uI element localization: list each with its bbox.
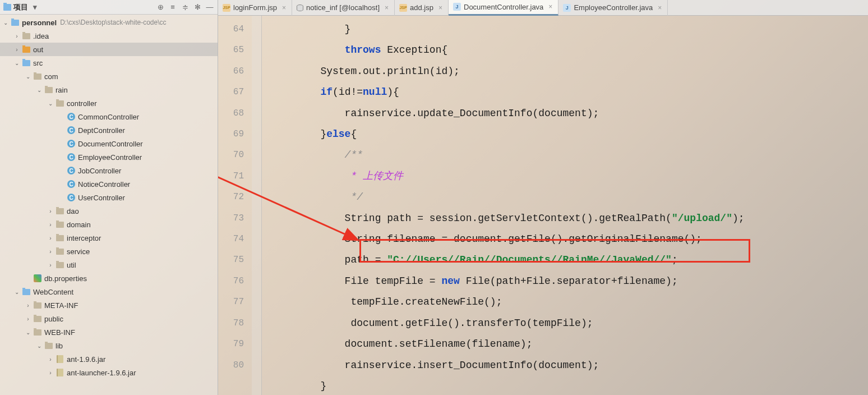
project-path: D:\cxs\Desktop\stack-white-code\cc <box>60 19 166 26</box>
folder-icon <box>56 208 64 214</box>
tree-item-employeecontroller[interactable]: CEmployeeController <box>0 150 218 164</box>
tree-item-lib[interactable]: ⌄lib <box>0 339 218 352</box>
tree-item-service[interactable]: ›service <box>0 245 218 258</box>
tree-item-usercontroller[interactable]: CUserController <box>0 191 218 204</box>
dropdown-icon[interactable]: ▾ <box>30 3 39 12</box>
chevron-down-icon[interactable]: ⌄ <box>24 329 33 336</box>
editor-body: 6465666768697071727374757677787980 } thr… <box>218 16 868 395</box>
tree-item-deptcontroller[interactable]: CDeptController <box>0 123 218 137</box>
collapse-icon[interactable]: ≑ <box>181 3 190 12</box>
tree-item-controller[interactable]: ⌄controller <box>0 97 218 110</box>
line-number: 68 <box>218 103 244 124</box>
tree-item-label: ant-1.9.6.jar <box>67 355 105 364</box>
folder-icon <box>22 33 30 39</box>
tree-item-jobcontroller[interactable]: CJobController <box>0 164 218 177</box>
tab-loginform-jsp[interactable]: JSPloginForm.jsp× <box>218 0 292 16</box>
tab-add-jsp[interactable]: JSPadd.jsp× <box>395 0 449 16</box>
tab-documentcontroller-java[interactable]: JDocumentController.java× <box>449 0 558 16</box>
chevron-right-icon[interactable]: › <box>46 249 55 255</box>
hide-icon[interactable]: — <box>205 3 214 12</box>
tree-item-label: EmployeeController <box>78 153 142 162</box>
chevron-right-icon[interactable]: › <box>12 47 21 53</box>
tree-item-out[interactable]: ›out <box>0 43 218 56</box>
tree-item-web-inf[interactable]: ⌄WEB-INF <box>0 325 218 339</box>
tree-item-ant-launcher-1-9-6-jar[interactable]: ›ant-launcher-1.9.6.jar <box>0 366 218 379</box>
folder-icon <box>34 329 41 336</box>
expand-icon[interactable]: ≡ <box>168 3 177 12</box>
tree-root[interactable]: ⌄ personnel D:\cxs\Desktop\stack-white-c… <box>0 16 218 29</box>
tree-item-documentcontroller[interactable]: CDocumentController <box>0 137 218 150</box>
chevron-right-icon[interactable]: › <box>12 33 21 39</box>
editor-area: JSPloginForm.jsp×notice_inf [@localhost]… <box>218 0 868 395</box>
line-number: 69 <box>218 124 244 145</box>
close-icon[interactable]: × <box>282 4 286 12</box>
line-gutter: 6465666768697071727374757677787980 <box>218 16 252 395</box>
tree-item--idea[interactable]: ›.idea <box>0 29 218 43</box>
chevron-right-icon[interactable]: › <box>46 370 55 376</box>
folder-icon <box>56 100 64 107</box>
tree-item-label: out <box>33 45 43 54</box>
tree-item-label: util <box>67 261 76 269</box>
chevron-down-icon[interactable]: ⌄ <box>12 60 21 66</box>
chevron-right-icon[interactable]: › <box>46 262 55 268</box>
tree-item-label: DocumentController <box>78 140 143 148</box>
folder-icon <box>22 289 30 295</box>
code-view[interactable]: } throws Exception{ System.out.println(i… <box>262 16 868 395</box>
tree-item-domain[interactable]: ›domain <box>0 218 218 231</box>
tree-item-rain[interactable]: ⌄rain <box>0 83 218 97</box>
tree-item-com[interactable]: ⌄com <box>0 70 218 83</box>
class-icon: C <box>67 194 75 201</box>
chevron-right-icon[interactable]: › <box>24 316 33 322</box>
tree-item-commoncontroller[interactable]: CCommonController <box>0 110 218 123</box>
chevron-down-icon[interactable]: ⌄ <box>35 87 44 93</box>
folder-icon <box>56 235 64 241</box>
close-icon[interactable]: × <box>658 4 662 12</box>
java-icon: J <box>563 4 571 12</box>
tree-item-public[interactable]: ›public <box>0 312 218 325</box>
locate-icon[interactable]: ⊕ <box>156 3 165 12</box>
chevron-down-icon[interactable]: ⌄ <box>24 74 33 80</box>
line-number: 76 <box>218 271 244 292</box>
sidebar-title: 项目 <box>13 2 28 12</box>
chevron-right-icon[interactable]: › <box>46 222 55 228</box>
tab-label: DocumentController.java <box>464 3 543 11</box>
tab-notice_inf---localhost-[interactable]: notice_inf [@localhost]× <box>292 0 395 16</box>
project-tree[interactable]: ⌄ personnel D:\cxs\Desktop\stack-white-c… <box>0 15 218 395</box>
tree-item-label: META-INF <box>44 301 78 310</box>
tree-item-label: dao <box>67 207 79 215</box>
chevron-right-icon[interactable]: › <box>46 235 55 241</box>
db-icon <box>297 4 303 11</box>
chevron-down-icon[interactable]: ⌄ <box>46 100 55 107</box>
tree-item-noticecontroller[interactable]: CNoticeController <box>0 177 218 191</box>
tree-item-src[interactable]: ⌄src <box>0 56 218 70</box>
close-icon[interactable]: × <box>548 3 552 11</box>
tree-item-dao[interactable]: ›dao <box>0 204 218 218</box>
folder-icon <box>56 249 64 255</box>
tree-item-db-properties[interactable]: db.properties <box>0 272 218 285</box>
tree-item-meta-inf[interactable]: ›META-INF <box>0 298 218 312</box>
tab-employeecontroller-java[interactable]: JEmployeeController.java× <box>558 0 668 16</box>
close-icon[interactable]: × <box>385 4 389 12</box>
tree-item-ant-1-9-6-jar[interactable]: ›ant-1.9.6.jar <box>0 352 218 366</box>
tree-item-interceptor[interactable]: ›interceptor <box>0 231 218 245</box>
folder-icon <box>45 87 53 93</box>
chevron-down-icon[interactable]: ⌄ <box>35 343 44 349</box>
module-icon <box>11 20 19 26</box>
chevron-right-icon[interactable]: › <box>46 356 55 362</box>
chevron-right-icon[interactable]: › <box>24 302 33 309</box>
tree-item-label: controller <box>67 99 96 108</box>
tree-item-webcontent[interactable]: ⌄WebContent <box>0 285 218 298</box>
tab-label: add.jsp <box>410 3 433 12</box>
folder-icon <box>34 74 41 80</box>
line-number: 65 <box>218 40 244 61</box>
fold-gutter[interactable] <box>252 16 262 395</box>
chevron-down-icon[interactable]: ⌄ <box>1 20 10 26</box>
chevron-right-icon[interactable]: › <box>46 208 55 214</box>
settings-icon[interactable]: ✻ <box>193 3 202 12</box>
close-icon[interactable]: × <box>438 4 442 12</box>
tree-item-label: public <box>44 315 63 323</box>
editor-tabs: JSPloginForm.jsp×notice_inf [@localhost]… <box>218 0 868 16</box>
tree-item-util[interactable]: ›util <box>0 258 218 272</box>
folder-icon <box>56 262 64 268</box>
chevron-down-icon[interactable]: ⌄ <box>12 289 21 295</box>
